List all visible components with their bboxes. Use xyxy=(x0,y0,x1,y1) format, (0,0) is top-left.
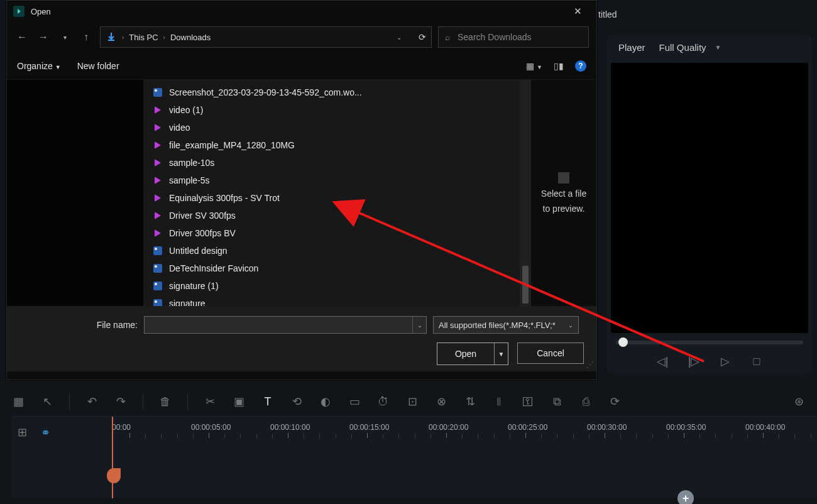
key-icon[interactable]: ⚿ xyxy=(521,395,535,408)
seek-bar[interactable] xyxy=(616,341,803,344)
cancel-button[interactable]: Cancel xyxy=(517,342,584,364)
folder-tree[interactable] xyxy=(7,80,144,306)
file-item[interactable]: Untitled design xyxy=(144,242,531,260)
file-item[interactable]: file_example_MP4_1280_10MG xyxy=(144,136,531,154)
file-item[interactable]: video xyxy=(144,119,531,136)
forward-button[interactable]: → xyxy=(36,30,51,45)
timeline[interactable]: ⊞ ⚭ 00:0000:00:05:0000:00:10:0000:00:15:… xyxy=(11,416,817,498)
undo-icon[interactable]: ↶ xyxy=(85,395,99,408)
refresh-button[interactable]: ⟳ xyxy=(419,32,426,42)
file-item[interactable]: Driver 300fps BV xyxy=(144,224,531,242)
path-dropdown[interactable]: ⌄ xyxy=(393,34,405,41)
image-icon xyxy=(153,281,163,291)
new-folder-button[interactable]: New folder xyxy=(77,61,119,71)
playhead[interactable] xyxy=(112,417,113,498)
preview-pane: Select a file to preview. xyxy=(531,80,596,306)
file-name: Driver SV 300fps xyxy=(169,211,236,221)
ruler-label: 00:00:10:00 xyxy=(270,423,310,432)
playhead-handle[interactable] xyxy=(107,468,121,483)
app-title-fragment: titled xyxy=(598,9,617,19)
file-item[interactable]: video (1) xyxy=(144,101,531,119)
filename-dropdown[interactable]: ⌄ xyxy=(412,317,426,333)
file-item[interactable]: Driver SV 300fps xyxy=(144,207,531,224)
delete-icon[interactable]: 🗑 xyxy=(158,395,172,408)
chevron-down-icon: ⌄ xyxy=(568,322,573,329)
file-name: signature xyxy=(169,299,206,306)
file-name: sample-10s xyxy=(169,158,214,168)
group-icon[interactable]: ⧉ xyxy=(550,395,564,408)
filename-label: File name: xyxy=(19,320,138,330)
file-item[interactable]: sample-5s xyxy=(144,172,531,189)
scrollbar[interactable] xyxy=(520,80,531,306)
filename-input[interactable]: ⌄ xyxy=(144,316,427,334)
close-button[interactable]: ✕ xyxy=(565,2,590,21)
text-icon[interactable]: T xyxy=(261,395,275,408)
camera-icon[interactable]: ⎙ xyxy=(579,395,593,408)
cut-icon[interactable]: ✂ xyxy=(203,395,217,408)
color-icon[interactable]: ◐ xyxy=(319,395,332,408)
mask-icon[interactable]: ⊗ xyxy=(434,395,448,408)
sync-icon[interactable]: ⟳ xyxy=(608,395,622,408)
breadcrumb-current[interactable]: Downloads xyxy=(170,33,211,42)
layout-icon[interactable]: ▦ xyxy=(11,395,25,408)
recent-dropdown[interactable]: ▾ xyxy=(57,30,72,45)
open-dropdown[interactable]: ▼ xyxy=(494,343,508,364)
file-name: DeTechInsider Favicon xyxy=(169,263,258,273)
file-item[interactable]: signature xyxy=(144,295,531,306)
render-icon[interactable]: ⊛ xyxy=(792,395,806,408)
play-icon[interactable]: ▷ xyxy=(718,354,732,368)
ruler-label: 00:00 xyxy=(112,423,131,432)
add-clip-button[interactable]: + xyxy=(677,490,694,504)
organize-menu[interactable]: Organize ▼ xyxy=(17,61,61,71)
back-button[interactable]: ← xyxy=(14,30,30,45)
search-input[interactable]: ⌕ Search Downloads xyxy=(438,26,589,48)
speed-icon[interactable]: ⟲ xyxy=(290,395,304,408)
file-name: Screenshot_2023-03-29-09-13-45-592_com.w… xyxy=(169,87,362,97)
link-icon[interactable]: ⚭ xyxy=(41,425,50,439)
file-item[interactable]: DeTechInsider Favicon xyxy=(144,260,531,277)
track-icon[interactable]: ⊡ xyxy=(405,395,419,408)
chevron-right-icon: › xyxy=(122,34,124,41)
seek-knob[interactable] xyxy=(618,337,628,347)
file-list[interactable]: Screenshot_2023-03-29-09-13-45-592_com.w… xyxy=(144,80,531,306)
video-icon xyxy=(153,105,163,115)
chevron-down-icon: ▼ xyxy=(715,44,721,51)
file-name: Untitled design xyxy=(169,246,228,256)
add-track-icon[interactable]: ⊞ xyxy=(18,425,27,439)
file-name: Equinalysis 300fps - SV Trot xyxy=(169,193,280,203)
cursor-icon[interactable]: ↖ xyxy=(40,395,54,408)
app-icon xyxy=(13,6,25,17)
adjust-icon[interactable]: ⇅ xyxy=(463,395,477,408)
timer-icon[interactable]: ⏱ xyxy=(376,395,390,408)
quality-select[interactable]: Full Quality ▼ xyxy=(659,42,721,53)
address-bar[interactable]: › This PC › Downloads ⌄ ⟳ xyxy=(100,26,432,48)
open-button[interactable]: Open xyxy=(437,343,494,364)
file-item[interactable]: signature (1) xyxy=(144,277,531,295)
prev-frame-icon[interactable]: ◁| xyxy=(655,354,669,368)
file-item[interactable]: Equinalysis 300fps - SV Trot xyxy=(144,189,531,207)
file-item[interactable]: sample-10s xyxy=(144,154,531,172)
file-name: Driver 300fps BV xyxy=(169,228,236,238)
timeline-ruler[interactable]: 00:0000:00:05:0000:00:10:0000:00:15:0000… xyxy=(112,419,811,438)
file-item[interactable]: Screenshot_2023-03-29-09-13-45-592_com.w… xyxy=(144,84,531,101)
breadcrumb-root[interactable]: This PC xyxy=(129,33,158,42)
file-name: sample-5s xyxy=(169,175,210,185)
audio-icon[interactable]: ⦀ xyxy=(492,395,506,408)
stop-icon[interactable]: □ xyxy=(750,354,764,368)
image-icon xyxy=(153,299,163,306)
help-icon[interactable]: ? xyxy=(575,60,586,72)
video-icon xyxy=(153,175,163,185)
ruler-label: 00:00:20:00 xyxy=(429,423,468,432)
preview-toggle-button[interactable]: ▯▮ xyxy=(554,61,564,71)
crop-icon[interactable]: ▣ xyxy=(232,395,246,408)
resize-grip[interactable]: ⋰ xyxy=(586,360,594,369)
view-mode-button[interactable]: ▦ ▼ xyxy=(526,61,542,71)
scrollbar-thumb[interactable] xyxy=(522,266,529,304)
transform-icon[interactable]: ▭ xyxy=(348,395,361,408)
filetype-filter[interactable]: All supported files(*.MP4;*.FLV;* ⌄ xyxy=(433,316,579,334)
dialog-title: Open xyxy=(31,7,565,16)
file-name: video (1) xyxy=(169,105,203,115)
up-button[interactable]: ↑ xyxy=(79,30,94,45)
next-frame-icon[interactable]: |▷ xyxy=(687,354,701,368)
redo-icon[interactable]: ↷ xyxy=(114,395,128,408)
